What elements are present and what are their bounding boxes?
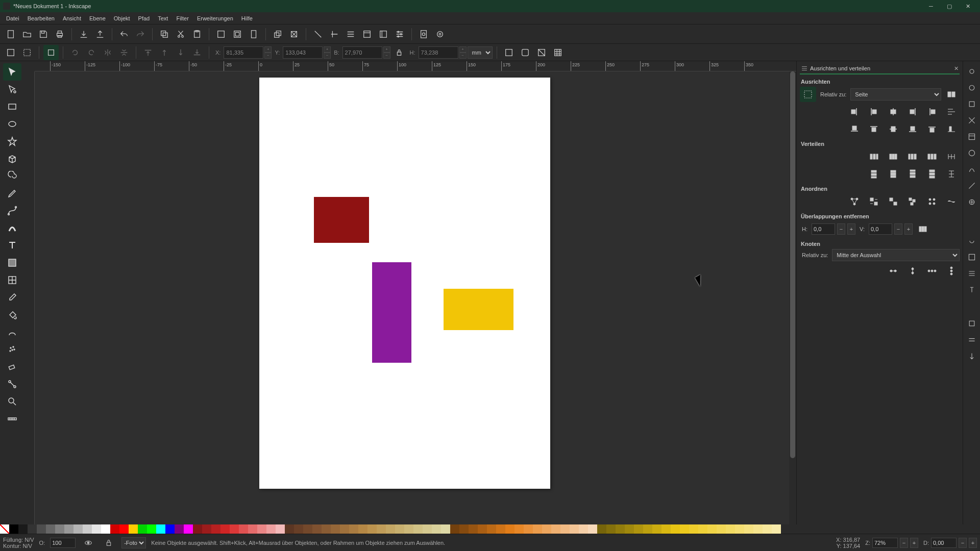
doc-properties-button[interactable] [416,27,431,42]
zoom-minus[interactable]: − [900,538,908,548]
connector-tool[interactable] [3,375,21,393]
swatch[interactable] [689,524,698,534]
swatch[interactable] [616,524,625,534]
dist-gap-h-button[interactable] [924,149,940,164]
swatch[interactable] [184,524,193,534]
new-doc-button[interactable] [3,27,18,42]
swatch[interactable] [597,524,606,534]
redo-button[interactable] [133,27,148,42]
ruler-vertical[interactable] [24,71,35,534]
swatch[interactable] [266,524,276,534]
paste-button[interactable] [189,27,205,42]
dropper-tool[interactable] [3,289,21,306]
dock-tab-12[interactable] [965,266,979,281]
overlap-v-plus[interactable]: + [904,223,913,235]
w-spinner[interactable]: +− [383,46,390,59]
swatch[interactable] [413,524,423,534]
align-bottom-button[interactable] [904,121,921,137]
swatch[interactable] [634,524,643,534]
arrange-unclump-button[interactable] [924,194,940,209]
print-button[interactable] [52,27,67,42]
w-field[interactable]: 27,970 [342,46,382,59]
align-center-h-button[interactable] [885,104,901,119]
select-all-button[interactable] [19,45,35,60]
swatch[interactable] [9,524,18,534]
relative-to-select[interactable]: Seite [850,88,941,101]
overlap-h-minus[interactable]: − [837,223,845,235]
raise-button[interactable] [157,45,172,60]
raise-top-button[interactable] [140,45,156,60]
undo-button[interactable] [116,27,132,42]
overlap-v-minus[interactable]: − [894,223,902,235]
dist-equal-v-button[interactable] [943,166,960,182]
dock-tab-6[interactable] [965,146,979,160]
swatch[interactable] [395,524,404,534]
swatch[interactable] [606,524,616,534]
x-spinner[interactable]: +− [264,46,272,59]
viewport[interactable] [35,71,796,534]
spray-tool[interactable] [3,341,21,358]
dock-tab-2[interactable] [965,81,979,95]
swatch[interactable] [671,524,680,534]
remove-overlap-button[interactable] [915,221,931,237]
swatch[interactable] [368,524,377,534]
swatch[interactable] [386,524,395,534]
swatch[interactable] [165,524,175,534]
swatch[interactable] [478,524,487,534]
text-tool[interactable] [3,237,21,254]
swatch[interactable] [662,524,671,534]
swatch[interactable] [248,524,257,534]
dist-bottom-button[interactable] [904,166,921,182]
swatch[interactable] [496,524,505,534]
swatch[interactable] [220,524,230,534]
dock-tab-1[interactable] [965,64,979,79]
cut-button[interactable] [173,27,188,42]
swatch[interactable] [377,524,386,534]
save-button[interactable] [36,27,51,42]
clone-button[interactable] [286,27,302,42]
swatch-none[interactable] [0,524,9,534]
shape-red-rect[interactable] [314,197,369,243]
swatch[interactable] [469,524,478,534]
zoom-selection-button[interactable] [213,27,229,42]
scale-stroke-button[interactable] [501,45,517,60]
arrange-randomize-button[interactable] [943,194,960,209]
zoom-page-button[interactable] [246,27,261,42]
dist-equal-h-button[interactable] [943,149,960,164]
align-button[interactable] [343,27,358,42]
group-button[interactable] [310,27,326,42]
import-button[interactable] [76,27,91,42]
arrange-graph-button[interactable] [846,194,863,209]
swatch[interactable] [202,524,211,534]
mesh-tool[interactable] [3,271,21,289]
swatch[interactable] [46,524,55,534]
swatch[interactable] [643,524,652,534]
swatch[interactable] [514,524,524,534]
swatch[interactable] [432,524,441,534]
swatch[interactable] [707,524,717,534]
swatch[interactable] [652,524,662,534]
layer-select[interactable]: -Foto [121,537,146,548]
y-field[interactable]: 133,043 [283,46,323,59]
align-bottom-out-button[interactable] [924,121,940,137]
swatch[interactable] [18,524,28,534]
paintbucket-tool[interactable] [3,306,21,323]
ungroup-button[interactable] [327,27,342,42]
dock-tab-14[interactable] [965,316,979,331]
nodes-relative-select[interactable]: Mitte der Auswahl [832,249,960,261]
menu-file[interactable]: Datei [2,14,23,23]
arrange-random-button[interactable] [904,194,921,209]
tweak-tool[interactable] [3,323,21,341]
dist-gap-v-button[interactable] [924,166,940,182]
swatch[interactable] [450,524,459,534]
menu-help[interactable]: Hilfe [237,14,257,23]
visibility-toggle[interactable] [81,535,96,550]
dock-tab-7[interactable] [965,162,979,177]
swatch[interactable] [423,524,432,534]
preferences-button[interactable] [392,27,407,42]
dock-tab-4[interactable] [965,113,979,128]
swatch[interactable] [193,524,202,534]
swatch[interactable] [147,524,156,534]
calligraphy-tool[interactable] [3,219,21,237]
dock-tab-15[interactable] [965,333,979,347]
